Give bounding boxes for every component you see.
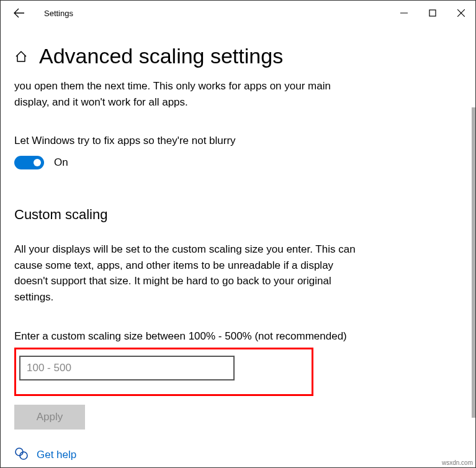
custom-scaling-description: All your displays will be set to the cus…	[14, 241, 362, 305]
toggle-row: On	[14, 156, 462, 169]
custom-scaling-input-label: Enter a custom scaling size between 100%…	[14, 328, 362, 344]
custom-scaling-title: Custom scaling	[14, 207, 462, 223]
help-row: Get help	[14, 447, 462, 463]
minimize-button[interactable]	[390, 1, 418, 25]
highlight-box	[14, 348, 313, 396]
custom-scaling-input[interactable]	[19, 356, 235, 380]
page-title: Advanced scaling settings	[39, 44, 283, 68]
maximize-button[interactable]	[418, 1, 447, 25]
back-button[interactable]	[7, 1, 32, 25]
scrollbar[interactable]	[472, 107, 475, 418]
apply-button[interactable]: Apply	[14, 405, 85, 430]
maximize-icon	[429, 9, 436, 17]
fix-blurry-label: Let Windows try to fix apps so they're n…	[14, 135, 462, 147]
get-help-link[interactable]: Get help	[37, 449, 76, 461]
window-controls	[390, 1, 475, 25]
watermark: wsxdn.com	[442, 459, 473, 466]
intro-text: you open them the next time. This only w…	[14, 78, 362, 110]
heading-row: Advanced scaling settings	[14, 44, 462, 68]
minimize-icon	[400, 9, 408, 17]
toggle-knob	[34, 159, 41, 166]
home-icon[interactable]	[14, 50, 28, 66]
back-arrow-icon	[14, 7, 25, 19]
toggle-state-text: On	[54, 156, 68, 169]
svg-rect-1	[429, 10, 436, 16]
help-icon	[14, 447, 28, 463]
close-icon	[457, 9, 465, 17]
content-area: Advanced scaling settings you open them …	[1, 25, 475, 467]
fix-blurry-toggle[interactable]	[14, 156, 44, 169]
titlebar: Settings	[1, 1, 475, 25]
app-title: Settings	[44, 9, 73, 18]
close-button[interactable]	[447, 1, 475, 25]
